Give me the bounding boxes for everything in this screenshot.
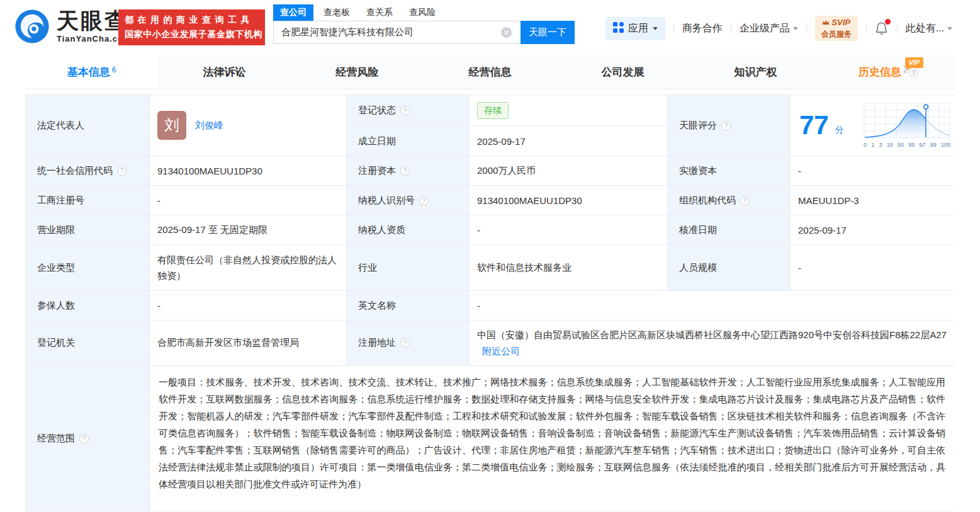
label-text: 参保人数 [37, 300, 75, 312]
brand-slogan-banner: 都在用的商业查询工具 国家中小企业发展子基金旗下机构 [118, 9, 265, 45]
field-value-taxpayer-quality: - [470, 215, 668, 245]
value-text: - [477, 300, 480, 311]
value-text: 合肥市高新开发区市场监督管理局 [157, 337, 299, 349]
field-label-legal-rep: 法定代表人 [26, 95, 150, 156]
search-tab-company[interactable]: 查公司 [273, 4, 313, 21]
field-value-reg-address: 中国（安徽）自由贸易试验区合肥片区高新区块城西桥社区服务中心望江西路920号中安… [470, 321, 955, 366]
field-label-establish-date: 成立日期 [347, 127, 470, 156]
help-question-icon[interactable] [909, 67, 918, 77]
search-tab-relation[interactable]: 查关系 [366, 7, 393, 21]
divider [866, 24, 867, 33]
field-value-industry: 软件和信息技术服务业 [470, 245, 668, 291]
field-label-biz-scope: 经营范围 [26, 366, 150, 511]
chevron-down-icon [653, 27, 658, 30]
label-text: 法定代表人 [37, 120, 84, 132]
value-text: - [798, 263, 801, 273]
search-button[interactable]: 天眼一下 [521, 21, 575, 44]
svip-member-button[interactable]: SVIP 会员服务 [815, 16, 858, 41]
slogan-line2: 国家中小企业发展子基金旗下机构 [125, 29, 259, 40]
legal-rep-avatar[interactable]: 刘 [157, 111, 186, 140]
value-text: 2025-09-17 [477, 136, 526, 147]
section-tabbar: 基本信息 6 法律诉讼 经营风险 经营信息 公司发展 知识产权 VIP 历史信息… [25, 55, 955, 89]
label-text: 组织机构代码 [679, 195, 736, 207]
user-menu[interactable]: 此处有... [906, 22, 952, 35]
chevron-down-icon [947, 27, 952, 30]
tab-label: 公司发展 [602, 65, 645, 79]
header-right-nav: 应用 商务合作 企业级产品 SVIP 会员服务 此处有... [605, 16, 952, 40]
help-question-icon[interactable] [400, 106, 410, 115]
field-label-industry: 行业 [347, 245, 470, 291]
search-tab-boss[interactable]: 查老板 [324, 7, 350, 21]
status-badge: 存续 [477, 102, 509, 118]
field-label-reg-status: 登记状态 [347, 95, 470, 127]
notification-bell-icon[interactable] [875, 21, 889, 36]
field-value-staff-size: - [791, 245, 955, 291]
tianyancha-logo[interactable]: 天眼查 TianYanCha.com [14, 8, 132, 45]
tab-intellectual-property[interactable]: 知识产权 [689, 55, 822, 89]
field-value-company-type: 有限责任公司（非自然人投资或控股的法人独资） [150, 245, 347, 291]
field-label-staff-size: 人员规模 [668, 245, 791, 291]
legal-rep-name-link[interactable]: 刘俊峰 [195, 120, 223, 132]
value-text: MAEUU1DP-3 [798, 195, 859, 206]
help-question-icon[interactable] [400, 338, 410, 348]
score-unit: 分 [835, 125, 844, 136]
user-name: 此处有... [906, 22, 944, 35]
tick: 1 [871, 142, 874, 148]
field-label-taxpayer-id: 纳税人识别号 [347, 186, 470, 215]
tab-history-info[interactable]: VIP 历史信息 2 [822, 55, 955, 89]
help-question-icon[interactable] [117, 166, 127, 176]
field-value-biz-reg-no: - [150, 186, 347, 215]
label-text: 核准日期 [679, 224, 717, 236]
tick: 100 [941, 142, 950, 148]
field-label-taxpayer-quality: 纳税人资质 [347, 215, 470, 245]
nearby-companies-link[interactable]: 附近公司 [482, 346, 520, 356]
tick: 15 [887, 142, 893, 148]
field-value-establish-date: 2025-09-17 [470, 127, 668, 156]
clear-icon[interactable]: ✕ [501, 27, 512, 38]
label-text: 统一社会信用代码 [37, 165, 113, 177]
apps-menu[interactable]: 应用 [605, 17, 665, 40]
apps-grid-icon [613, 22, 624, 35]
help-question-icon[interactable] [79, 434, 89, 443]
tab-operation-risk[interactable]: 经营风险 [291, 55, 424, 89]
search-input[interactable] [273, 21, 521, 44]
enterprise-products-menu[interactable]: 企业级产品 [740, 22, 798, 35]
label-text: 经营范围 [37, 433, 75, 445]
field-label-insured: 参保人数 [26, 291, 150, 321]
help-question-icon[interactable] [419, 196, 429, 205]
help-question-icon[interactable] [721, 121, 731, 130]
tab-count: 2 [903, 65, 908, 74]
field-value-paid-capital: - [791, 156, 955, 186]
field-value-biz-scope: 一般项目：技术服务、技术开发、技术咨询、技术交流、技术转让、技术推广；网络技术服… [150, 366, 955, 511]
value-text: - [157, 300, 161, 311]
tick: 85 [908, 142, 915, 148]
tick: 3 [879, 142, 882, 148]
help-question-icon[interactable] [400, 166, 410, 176]
search-area: 查公司 查老板 查关系 查风险 ✕ 天眼一下 [273, 4, 575, 44]
field-label-biz-term: 营业期限 [26, 215, 150, 245]
help-question-icon[interactable] [740, 196, 750, 205]
tab-label: 经营风险 [336, 65, 379, 79]
tab-label: 法律诉讼 [203, 65, 246, 79]
field-value-approval-date: 2025-09-17 [791, 215, 955, 245]
tab-company-development[interactable]: 公司发展 [556, 55, 689, 89]
field-value-reg-status: 存续 [470, 95, 668, 127]
tab-operation-info[interactable]: 经营信息 [424, 55, 556, 89]
tab-legal-litigation[interactable]: 法律诉讼 [158, 55, 291, 89]
field-label-english-name: 英文名称 [347, 291, 470, 321]
biz-scope-text: 一般项目：技术服务、技术开发、技术咨询、技术交流、技术转让、技术推广；网络技术服… [159, 373, 945, 492]
svip-service-label: 会员服务 [821, 30, 852, 38]
field-value-taxpayer-id: 91340100MAEUU1DP30 [470, 186, 668, 215]
search-box: ✕ 天眼一下 [273, 21, 575, 44]
search-tab-risk[interactable]: 查风险 [409, 7, 436, 21]
tianyancha-logo-icon [14, 8, 50, 45]
field-label-score: 天眼评分 [668, 95, 791, 156]
value-text: 2000万人民币 [477, 165, 536, 177]
value-text: - [157, 195, 161, 206]
label-text: 注册地址 [358, 337, 396, 349]
business-cooperation-link[interactable]: 商务合作 [682, 22, 723, 35]
label-text: 人员规模 [679, 262, 717, 274]
tab-basic-info[interactable]: 基本信息 6 [25, 55, 158, 89]
field-value-insured: - [150, 291, 347, 321]
tab-label: 经营信息 [469, 65, 512, 79]
